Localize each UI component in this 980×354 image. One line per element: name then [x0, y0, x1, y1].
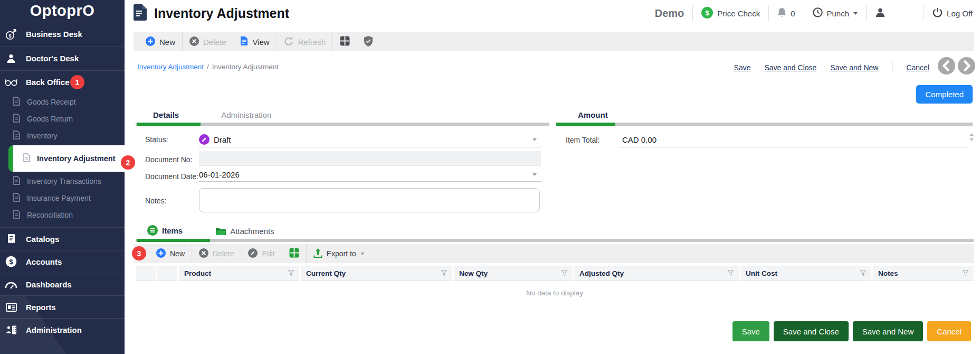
glasses-icon	[3, 79, 19, 86]
refresh-button[interactable]: Refresh	[277, 32, 333, 51]
chevron-down-icon	[532, 138, 537, 141]
filter-icon[interactable]	[441, 270, 447, 276]
column-header-unit-cost[interactable]: Unit Cost	[740, 266, 871, 281]
view-button[interactable]: View	[233, 32, 276, 51]
save-and-new-link[interactable]: Save and New	[830, 63, 878, 72]
items-tab-section: Items Attachments	[136, 225, 974, 242]
previous-record-button[interactable]	[938, 57, 955, 74]
next-record-button[interactable]	[958, 57, 975, 74]
sidebar-item-goods-return[interactable]: Goods Return	[0, 110, 125, 127]
grid-icon	[289, 248, 299, 259]
items-edit-button[interactable]: Edit	[241, 244, 281, 263]
spinner-down-icon	[969, 138, 974, 141]
spinner-up-icon	[969, 133, 974, 136]
save-and-new-button[interactable]: Save and New	[853, 321, 924, 341]
filter-icon[interactable]	[288, 270, 294, 276]
log-off-button[interactable]: Log Off	[933, 7, 973, 19]
item-total-field[interactable]: CAD 0.00	[619, 132, 967, 147]
document-icon	[13, 210, 20, 220]
document-icon	[13, 97, 20, 107]
user-menu-button[interactable]	[875, 7, 886, 20]
sidebar-item-back-office[interactable]: Back Office 1	[0, 71, 125, 94]
items-delete-button[interactable]: Delete	[192, 244, 241, 263]
sidebar-item-doctors-desk[interactable]: Doctor's Desk	[0, 46, 125, 71]
row-expand-column	[157, 266, 177, 281]
items-grid-button[interactable]	[282, 244, 306, 263]
document-icon	[23, 153, 30, 164]
divider	[804, 5, 804, 21]
sidebar-item-goods-receipt[interactable]: Goods Receipt	[0, 94, 125, 110]
filter-icon[interactable]	[860, 270, 866, 276]
new-button[interactable]: New	[139, 32, 182, 51]
refresh-icon	[284, 36, 294, 48]
items-tab-strip: Items Attachments	[136, 225, 974, 239]
sidebar-item-catalogs[interactable]: Catalogs	[0, 227, 125, 250]
sidebar-item-insurance-payment[interactable]: Insurance Payment	[0, 190, 125, 207]
sidebar-item-inventory[interactable]: Inventory	[0, 127, 125, 144]
amount-panel: Amount Item Total: CAD 0.00	[556, 108, 973, 219]
tab-amount[interactable]: Amount	[578, 110, 608, 119]
dollar-circle-icon: $	[3, 256, 19, 267]
app-logo: OptoprO	[0, 0, 125, 22]
column-header-current-qty[interactable]: Current Qty	[301, 266, 452, 281]
sidebar-item-accounts[interactable]: $ Accounts	[0, 250, 125, 273]
clock-icon	[813, 7, 823, 19]
column-header-notes[interactable]: Notes	[873, 266, 974, 281]
save-and-close-link[interactable]: Save and Close	[765, 63, 817, 72]
status-label: Status:	[145, 135, 168, 144]
tab-items[interactable]: Items	[147, 225, 183, 236]
items-new-button[interactable]: New	[149, 244, 192, 263]
sidebar-item-dashboards[interactable]: Dashboards	[0, 273, 125, 295]
doctor-icon	[3, 53, 19, 64]
export-icon	[313, 248, 322, 259]
sidebar-item-label: Reports	[26, 303, 56, 312]
breadcrumb-parent-link[interactable]: Inventory Adjustment	[137, 63, 204, 71]
column-header-product[interactable]: Product	[179, 266, 299, 281]
price-check-button[interactable]: $ Price Check	[701, 7, 760, 20]
notes-textarea[interactable]	[199, 188, 540, 212]
document-date-value: 06-01-2026	[199, 170, 240, 179]
tab-administration[interactable]: Administration	[221, 110, 271, 119]
tab-attachments[interactable]: Attachments	[215, 227, 274, 236]
filter-icon[interactable]	[728, 270, 734, 276]
status-select[interactable]: Draft	[199, 132, 541, 147]
punch-button[interactable]: Punch	[813, 7, 858, 19]
items-table-header: Product Current Qty New Qty Adjusted Qty	[136, 266, 974, 281]
sidebar-item-inventory-adjustment[interactable]: Inventory Adjustment	[8, 145, 125, 172]
items-list-icon	[147, 225, 158, 236]
sidebar-item-administration[interactable]: Administration	[0, 318, 125, 341]
grid-view-button[interactable]	[333, 32, 357, 51]
column-header-new-qty[interactable]: New Qty	[454, 266, 573, 281]
cancel-link[interactable]: Cancel	[906, 63, 929, 72]
filter-icon[interactable]	[562, 270, 567, 276]
annotation-step-2: 2	[121, 155, 135, 170]
sidebar-item-reports[interactable]: Reports	[0, 295, 125, 318]
tab-details[interactable]: Details	[153, 110, 179, 119]
document-icon	[13, 114, 20, 124]
filter-icon[interactable]	[963, 270, 968, 276]
item-total-spinner[interactable]	[969, 133, 974, 141]
notifications-button[interactable]: 0	[777, 7, 795, 19]
price-check-icon: $	[701, 7, 713, 20]
column-header-adjusted-qty[interactable]: Adjusted Qty	[574, 266, 739, 281]
audit-button[interactable]	[357, 32, 380, 51]
sidebar-item-label: Back Office	[26, 78, 70, 87]
save-link[interactable]: Save	[734, 63, 751, 72]
amount-tab-strip: Amount	[556, 108, 973, 123]
footer-actions: Save Save and Close Save and New Cancel	[732, 321, 971, 341]
svg-text:$: $	[706, 8, 710, 16]
record-toolbar: New Delete View Refresh	[134, 32, 974, 51]
sidebar-item-business-desk[interactable]: $ Business Desk	[0, 22, 125, 46]
sidebar-item-inventory-transactions[interactable]: Inventory Transactions	[0, 173, 125, 190]
row-selector-column	[136, 266, 156, 281]
document-no-input[interactable]	[199, 151, 541, 165]
sidebar: OptoprO $ Business Desk Doctor's Desk Ba…	[0, 0, 125, 354]
save-button[interactable]: Save	[732, 321, 769, 341]
document-date-picker[interactable]: 06-01-2026	[199, 168, 541, 182]
delete-button[interactable]: Delete	[183, 32, 233, 51]
divider	[768, 5, 769, 21]
sidebar-item-reconciliation[interactable]: Reconciliation	[0, 207, 125, 223]
export-to-button[interactable]: Export to	[307, 244, 372, 263]
save-and-close-button[interactable]: Save and Close	[774, 321, 849, 341]
cancel-button[interactable]: Cancel	[927, 321, 971, 341]
